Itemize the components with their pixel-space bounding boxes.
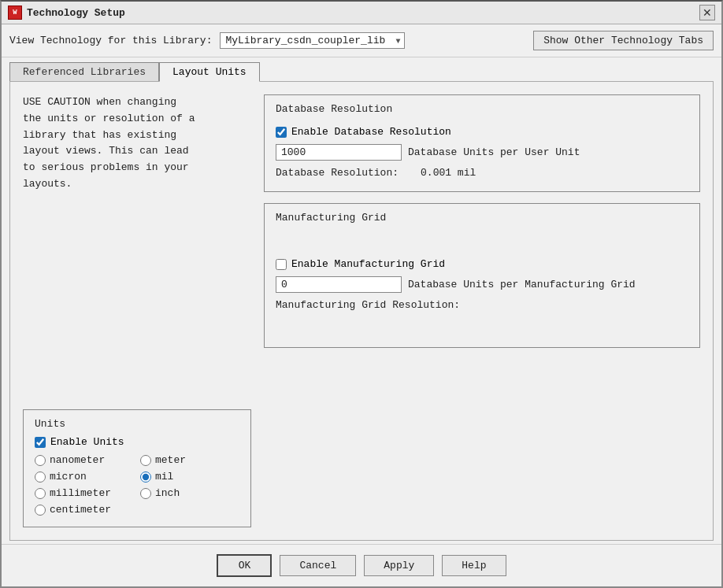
mfg-units-per-grid-label: Database Units per Manufacturing Grid: [408, 279, 636, 290]
db-units-per-user-unit-label: Database Units per User Unit: [408, 146, 580, 158]
nanometer-radio[interactable]: [35, 455, 46, 466]
radio-centimeter: centimeter: [35, 504, 134, 516]
enable-manufacturing-grid-label[interactable]: Enable Manufacturing Grid: [291, 258, 445, 270]
database-resolution-section: Database Resolution Enable Database Reso…: [264, 94, 700, 192]
show-other-technology-tabs-button[interactable]: Show Other Technology Tabs: [533, 31, 714, 50]
window-title: Technology Setup: [27, 7, 125, 19]
enable-database-resolution-label[interactable]: Enable Database Resolution: [291, 126, 451, 138]
left-panel: USE CAUTION when changing the units or r…: [23, 94, 251, 527]
enable-db-resolution-row: Enable Database Resolution: [276, 126, 688, 138]
radio-meter: meter: [140, 454, 239, 466]
tabs-row: Referenced Libraries Layout Units: [2, 57, 721, 81]
mfg-grid-info-row: Manufacturing Grid Resolution:: [276, 299, 688, 311]
radio-inch: inch: [140, 487, 239, 499]
app-icon: W: [8, 6, 22, 20]
meter-radio[interactable]: [140, 455, 151, 466]
radio-micron: micron: [35, 471, 134, 483]
caution-text: USE CAUTION when changing the units or r…: [23, 94, 251, 193]
cancel-button[interactable]: Cancel: [280, 555, 356, 576]
main-content: USE CAUTION when changing the units or r…: [23, 94, 700, 527]
mfg-grid-field-row: Database Units per Manufacturing Grid: [276, 276, 688, 293]
technology-setup-window: W Technology Setup ✕ View Technology for…: [0, 0, 723, 588]
radio-nanometer: nanometer: [35, 454, 134, 466]
mfg-grid-resolution-label: Manufacturing Grid Resolution:: [276, 299, 460, 311]
enable-units-label[interactable]: Enable Units: [50, 436, 124, 448]
ok-button[interactable]: OK: [217, 554, 272, 577]
radio-mil: mil: [140, 471, 239, 483]
title-bar: W Technology Setup ✕: [2, 2, 721, 24]
db-resolution-info-row: Database Resolution: 0.001 mil: [276, 167, 688, 179]
inch-radio[interactable]: [140, 488, 151, 499]
units-radio-grid: nanometer meter micron mil: [35, 454, 239, 516]
centimeter-radio[interactable]: [35, 505, 46, 516]
right-panel: Database Resolution Enable Database Reso…: [264, 94, 700, 527]
database-resolution-title: Database Resolution: [276, 103, 688, 115]
manufacturing-grid-title: Manufacturing Grid: [276, 212, 688, 224]
tab-referenced-libraries[interactable]: Referenced Libraries: [9, 62, 159, 81]
view-library-label: View Technology for this Library:: [9, 35, 212, 46]
enable-units-row: Enable Units: [35, 436, 239, 448]
close-button[interactable]: ✕: [699, 5, 715, 20]
micron-radio[interactable]: [35, 472, 46, 483]
enable-units-checkbox[interactable]: [35, 437, 46, 448]
database-resolution-input[interactable]: [276, 144, 402, 161]
title-bar-left: W Technology Setup: [8, 6, 125, 20]
apply-button[interactable]: Apply: [364, 555, 434, 576]
enable-manufacturing-grid-checkbox[interactable]: [276, 259, 287, 270]
toolbar-row: View Technology for this Library: MyLibr…: [2, 24, 721, 57]
tab-layout-units[interactable]: Layout Units: [159, 62, 260, 82]
db-resolution-field-row: Database Units per User Unit: [276, 144, 688, 161]
millimeter-radio[interactable]: [35, 488, 46, 499]
radio-millimeter: millimeter: [35, 487, 134, 499]
manufacturing-grid-input[interactable]: [276, 276, 402, 293]
units-legend: Units: [35, 418, 239, 430]
mil-radio[interactable]: [140, 472, 151, 483]
enable-database-resolution-checkbox[interactable]: [276, 127, 287, 138]
units-box: Units Enable Units nanometer meter: [23, 409, 251, 527]
bottom-button-bar: OK Cancel Apply Help: [2, 544, 721, 586]
content-area: USE CAUTION when changing the units or r…: [9, 81, 714, 541]
enable-mfg-grid-row: Enable Manufacturing Grid: [276, 258, 688, 270]
library-dropdown[interactable]: MyLibrary_csdn_coupler_lib: [220, 32, 405, 49]
help-button[interactable]: Help: [442, 555, 506, 576]
manufacturing-grid-section: Manufacturing Grid Enable Manufacturing …: [264, 203, 700, 348]
library-dropdown-wrapper: MyLibrary_csdn_coupler_lib: [220, 32, 405, 49]
db-resolution-info-label: Database Resolution:: [276, 167, 399, 179]
db-resolution-info-value: 0.001 mil: [421, 167, 476, 179]
